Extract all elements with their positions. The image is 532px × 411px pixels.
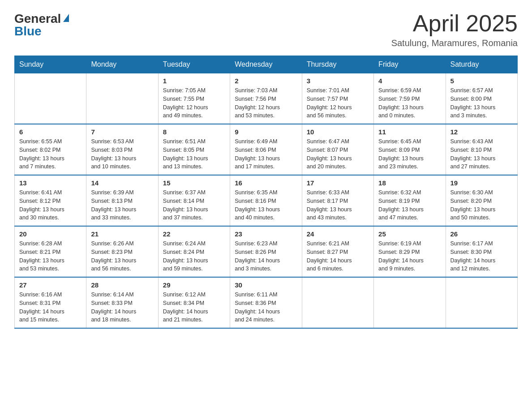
day-info: Sunrise: 6:26 AM Sunset: 8:23 PM Dayligh… bbox=[91, 240, 153, 273]
calendar-cell: 10Sunrise: 6:47 AM Sunset: 8:07 PM Dayli… bbox=[302, 124, 373, 175]
day-number: 26 bbox=[450, 230, 513, 238]
day-info: Sunrise: 6:43 AM Sunset: 8:10 PM Dayligh… bbox=[450, 137, 513, 171]
day-info: Sunrise: 6:23 AM Sunset: 8:26 PM Dayligh… bbox=[235, 240, 297, 273]
calendar-body: 1Sunrise: 7:05 AM Sunset: 7:55 PM Daylig… bbox=[15, 73, 518, 329]
calendar-week-row: 27Sunrise: 6:16 AM Sunset: 8:31 PM Dayli… bbox=[15, 277, 518, 328]
day-info: Sunrise: 7:05 AM Sunset: 7:55 PM Dayligh… bbox=[163, 86, 225, 120]
day-info: Sunrise: 6:35 AM Sunset: 8:16 PM Dayligh… bbox=[235, 188, 297, 222]
day-info: Sunrise: 6:12 AM Sunset: 8:34 PM Dayligh… bbox=[163, 291, 225, 324]
calendar-cell bbox=[15, 73, 86, 124]
calendar-cell: 6Sunrise: 6:55 AM Sunset: 8:02 PM Daylig… bbox=[15, 124, 86, 175]
calendar-cell: 19Sunrise: 6:30 AM Sunset: 8:20 PM Dayli… bbox=[446, 175, 517, 226]
day-of-week-header: Wednesday bbox=[230, 56, 302, 73]
calendar-cell: 26Sunrise: 6:17 AM Sunset: 8:30 PM Dayli… bbox=[446, 226, 517, 277]
calendar-week-row: 20Sunrise: 6:28 AM Sunset: 8:21 PM Dayli… bbox=[15, 226, 518, 277]
day-info: Sunrise: 7:03 AM Sunset: 7:56 PM Dayligh… bbox=[235, 86, 297, 120]
calendar-cell: 21Sunrise: 6:26 AM Sunset: 8:23 PM Dayli… bbox=[86, 226, 158, 277]
calendar-cell: 12Sunrise: 6:43 AM Sunset: 8:10 PM Dayli… bbox=[446, 124, 517, 175]
day-number: 3 bbox=[307, 77, 369, 85]
day-number: 25 bbox=[378, 230, 441, 238]
day-info: Sunrise: 6:55 AM Sunset: 8:02 PM Dayligh… bbox=[19, 137, 82, 171]
calendar-cell: 22Sunrise: 6:24 AM Sunset: 8:24 PM Dayli… bbox=[158, 226, 230, 277]
day-number: 18 bbox=[378, 179, 441, 187]
day-info: Sunrise: 6:21 AM Sunset: 8:27 PM Dayligh… bbox=[307, 240, 369, 273]
calendar-cell: 24Sunrise: 6:21 AM Sunset: 8:27 PM Dayli… bbox=[302, 226, 373, 277]
logo-general-text: General bbox=[14, 13, 61, 25]
calendar-cell: 28Sunrise: 6:14 AM Sunset: 8:33 PM Dayli… bbox=[86, 277, 158, 328]
calendar-cell: 5Sunrise: 6:57 AM Sunset: 8:00 PM Daylig… bbox=[446, 73, 517, 124]
day-number: 8 bbox=[163, 128, 225, 136]
calendar-cell bbox=[86, 73, 158, 124]
day-number: 23 bbox=[235, 230, 297, 238]
calendar-cell: 27Sunrise: 6:16 AM Sunset: 8:31 PM Dayli… bbox=[15, 277, 86, 328]
day-info: Sunrise: 6:16 AM Sunset: 8:31 PM Dayligh… bbox=[19, 291, 82, 324]
day-number: 4 bbox=[378, 77, 441, 85]
day-number: 15 bbox=[163, 179, 225, 187]
day-info: Sunrise: 7:01 AM Sunset: 7:57 PM Dayligh… bbox=[307, 86, 369, 120]
page-title: April 2025 bbox=[391, 11, 518, 36]
day-of-week-header: Monday bbox=[86, 56, 158, 73]
day-number: 20 bbox=[19, 230, 82, 238]
day-of-week-header: Sunday bbox=[15, 56, 86, 73]
day-number: 24 bbox=[307, 230, 369, 238]
calendar-cell: 2Sunrise: 7:03 AM Sunset: 7:56 PM Daylig… bbox=[230, 73, 302, 124]
day-info: Sunrise: 6:57 AM Sunset: 8:00 PM Dayligh… bbox=[450, 86, 513, 120]
logo-blue-text: Blue bbox=[14, 25, 42, 38]
day-info: Sunrise: 6:45 AM Sunset: 8:09 PM Dayligh… bbox=[378, 137, 441, 171]
day-number: 10 bbox=[307, 128, 369, 136]
day-info: Sunrise: 6:14 AM Sunset: 8:33 PM Dayligh… bbox=[91, 291, 153, 324]
day-of-week-header: Friday bbox=[374, 56, 446, 73]
day-info: Sunrise: 6:53 AM Sunset: 8:03 PM Dayligh… bbox=[91, 137, 153, 171]
day-number: 5 bbox=[450, 77, 513, 85]
day-number: 19 bbox=[450, 179, 513, 187]
day-of-week-header: Tuesday bbox=[158, 56, 230, 73]
day-number: 7 bbox=[91, 128, 153, 136]
day-info: Sunrise: 6:19 AM Sunset: 8:29 PM Dayligh… bbox=[378, 240, 441, 273]
calendar-cell: 14Sunrise: 6:39 AM Sunset: 8:13 PM Dayli… bbox=[86, 175, 158, 226]
day-of-week-header: Thursday bbox=[302, 56, 373, 73]
calendar-cell: 1Sunrise: 7:05 AM Sunset: 7:55 PM Daylig… bbox=[158, 73, 230, 124]
day-info: Sunrise: 6:51 AM Sunset: 8:05 PM Dayligh… bbox=[163, 137, 225, 171]
day-info: Sunrise: 6:24 AM Sunset: 8:24 PM Dayligh… bbox=[163, 240, 225, 273]
day-number: 14 bbox=[91, 179, 153, 187]
calendar-cell: 8Sunrise: 6:51 AM Sunset: 8:05 PM Daylig… bbox=[158, 124, 230, 175]
calendar-cell: 15Sunrise: 6:37 AM Sunset: 8:14 PM Dayli… bbox=[158, 175, 230, 226]
calendar-cell: 18Sunrise: 6:32 AM Sunset: 8:19 PM Dayli… bbox=[374, 175, 446, 226]
calendar-week-row: 13Sunrise: 6:41 AM Sunset: 8:12 PM Dayli… bbox=[15, 175, 518, 226]
day-info: Sunrise: 6:30 AM Sunset: 8:20 PM Dayligh… bbox=[450, 188, 513, 222]
day-number: 11 bbox=[378, 128, 441, 136]
day-number: 6 bbox=[19, 128, 82, 136]
day-info: Sunrise: 6:17 AM Sunset: 8:30 PM Dayligh… bbox=[450, 240, 513, 273]
day-number: 17 bbox=[307, 179, 369, 187]
calendar-week-row: 1Sunrise: 7:05 AM Sunset: 7:55 PM Daylig… bbox=[15, 73, 518, 124]
day-number: 28 bbox=[91, 281, 153, 289]
calendar-cell: 16Sunrise: 6:35 AM Sunset: 8:16 PM Dayli… bbox=[230, 175, 302, 226]
day-number: 2 bbox=[235, 77, 297, 85]
day-number: 21 bbox=[91, 230, 153, 238]
day-info: Sunrise: 6:41 AM Sunset: 8:12 PM Dayligh… bbox=[19, 188, 82, 222]
calendar-cell bbox=[302, 277, 373, 328]
calendar-header: SundayMondayTuesdayWednesdayThursdayFrid… bbox=[15, 56, 518, 73]
calendar-cell: 4Sunrise: 6:59 AM Sunset: 7:59 PM Daylig… bbox=[374, 73, 446, 124]
header: General Blue April 2025 Satulung, Maramu… bbox=[14, 11, 518, 48]
calendar-cell: 29Sunrise: 6:12 AM Sunset: 8:34 PM Dayli… bbox=[158, 277, 230, 328]
calendar-cell: 20Sunrise: 6:28 AM Sunset: 8:21 PM Dayli… bbox=[15, 226, 86, 277]
day-info: Sunrise: 6:39 AM Sunset: 8:13 PM Dayligh… bbox=[91, 188, 153, 222]
day-info: Sunrise: 6:33 AM Sunset: 8:17 PM Dayligh… bbox=[307, 188, 369, 222]
day-info: Sunrise: 6:47 AM Sunset: 8:07 PM Dayligh… bbox=[307, 137, 369, 171]
calendar-cell: 3Sunrise: 7:01 AM Sunset: 7:57 PM Daylig… bbox=[302, 73, 373, 124]
day-number: 16 bbox=[235, 179, 297, 187]
day-number: 9 bbox=[235, 128, 297, 136]
day-info: Sunrise: 6:59 AM Sunset: 7:59 PM Dayligh… bbox=[378, 86, 441, 120]
calendar-week-row: 6Sunrise: 6:55 AM Sunset: 8:02 PM Daylig… bbox=[15, 124, 518, 175]
calendar-cell: 9Sunrise: 6:49 AM Sunset: 8:06 PM Daylig… bbox=[230, 124, 302, 175]
day-number: 27 bbox=[19, 281, 82, 289]
calendar-cell: 30Sunrise: 6:11 AM Sunset: 8:36 PM Dayli… bbox=[230, 277, 302, 328]
day-number: 29 bbox=[163, 281, 225, 289]
day-of-week-header: Saturday bbox=[446, 56, 517, 73]
day-number: 1 bbox=[163, 77, 225, 85]
day-info: Sunrise: 6:49 AM Sunset: 8:06 PM Dayligh… bbox=[235, 137, 297, 171]
day-info: Sunrise: 6:32 AM Sunset: 8:19 PM Dayligh… bbox=[378, 188, 441, 222]
calendar-cell bbox=[374, 277, 446, 328]
title-block: April 2025 Satulung, Maramures, Romania bbox=[391, 11, 518, 48]
